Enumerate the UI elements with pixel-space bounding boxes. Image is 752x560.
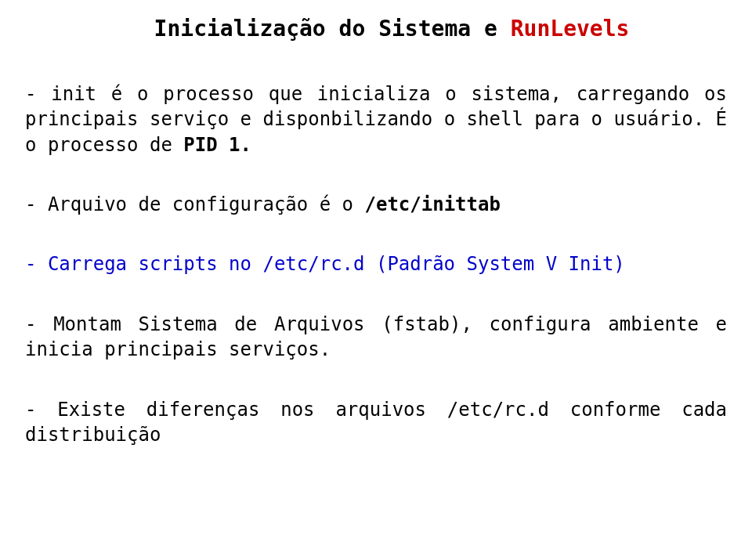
- p4-text: - Montam Sistema de Arquivos (fstab), co…: [25, 313, 727, 360]
- p2-text: - Arquivo de configuração é o: [25, 193, 364, 215]
- paragraph-init-process: - init é o processo que inicializa o sis…: [25, 81, 727, 157]
- paragraph-mount: - Montam Sistema de Arquivos (fstab), co…: [25, 312, 727, 363]
- title-prefix: Inicialização do Sistema e: [154, 16, 511, 42]
- paragraph-config-file: - Arquivo de configuração é o /etc/initt…: [25, 192, 727, 217]
- p1-text: - init é o processo que inicializa o sis…: [25, 83, 727, 156]
- p2-bold: /etc/inittab: [364, 193, 500, 215]
- paragraph-scripts: - Carrega scripts no /etc/rc.d (Padrão S…: [25, 251, 727, 276]
- p3-text: - Carrega scripts no /etc/rc.d (Padrão S…: [25, 253, 625, 275]
- page-title: Inicialização do Sistema e RunLevels: [25, 14, 727, 44]
- title-highlight: RunLevels: [511, 16, 630, 42]
- p5-text: - Existe diferenças nos arquivos /etc/rc…: [25, 399, 727, 446]
- p1-bold: PID 1.: [183, 134, 251, 156]
- paragraph-differences: - Existe diferenças nos arquivos /etc/rc…: [25, 397, 727, 448]
